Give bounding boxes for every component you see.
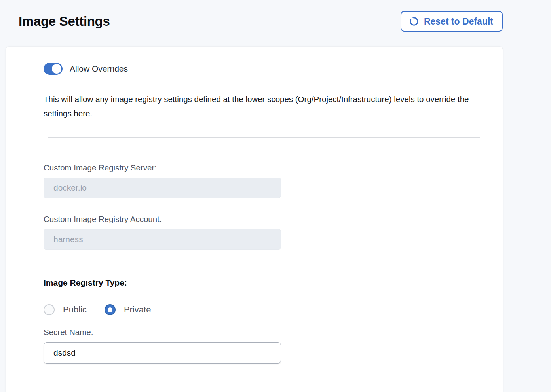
radio-option-private[interactable]: Private xyxy=(104,304,151,315)
reset-icon xyxy=(408,16,420,27)
radio-dot-icon xyxy=(108,307,112,312)
toggle-knob-icon xyxy=(52,64,61,74)
secret-name-input[interactable] xyxy=(44,342,281,364)
registry-type-section: Image Registry Type: Public Private xyxy=(44,277,483,315)
allow-overrides-label: Allow Overrides xyxy=(70,64,128,74)
radio-public-label: Public xyxy=(63,305,87,315)
reset-to-default-button[interactable]: Reset to Default xyxy=(401,11,503,32)
secret-name-label: Secret Name: xyxy=(44,327,483,337)
allow-overrides-toggle[interactable] xyxy=(44,63,63,75)
registry-server-field: Custom Image Registry Server: xyxy=(44,163,483,198)
registry-server-label: Custom Image Registry Server: xyxy=(44,163,483,173)
overrides-description: This will allow any image registry setti… xyxy=(44,92,483,121)
radio-selected-icon xyxy=(104,304,116,315)
registry-account-field: Custom Image Registry Account: xyxy=(44,214,483,250)
registry-server-input xyxy=(44,178,281,198)
page-header: Image Settings Reset to Default xyxy=(6,0,503,32)
registry-account-input xyxy=(44,229,281,250)
secret-name-field: Secret Name: xyxy=(44,327,483,364)
settings-card: Allow Overrides This will allow any imag… xyxy=(6,47,503,392)
registry-type-radio-group: Public Private xyxy=(44,304,483,315)
page-title: Image Settings xyxy=(19,14,110,29)
radio-option-public[interactable]: Public xyxy=(44,304,87,315)
reset-button-label: Reset to Default xyxy=(424,16,493,27)
allow-overrides-row: Allow Overrides xyxy=(44,63,483,75)
registry-type-label: Image Registry Type: xyxy=(44,277,483,288)
radio-private-label: Private xyxy=(124,305,151,315)
image-settings-page: Image Settings Reset to Default Allow Ov… xyxy=(6,0,503,392)
registry-account-label: Custom Image Registry Account: xyxy=(44,214,483,224)
section-divider xyxy=(48,137,480,138)
radio-unselected-icon xyxy=(44,304,55,315)
